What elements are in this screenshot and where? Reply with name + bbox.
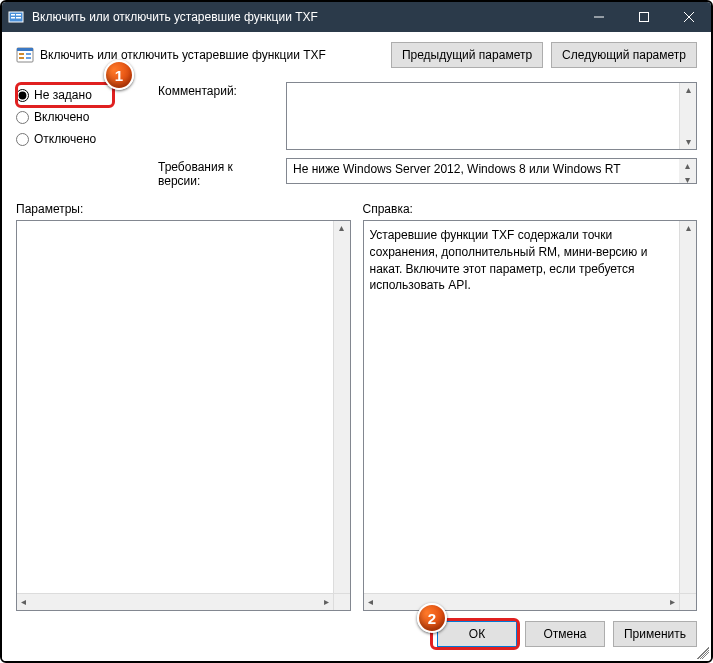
radio-not-configured-input[interactable] [16, 89, 29, 102]
scroll-up-icon: ▴ [686, 83, 691, 97]
comment-label: Комментарий: [158, 82, 278, 98]
close-button[interactable] [666, 2, 711, 32]
svg-rect-2 [11, 17, 15, 19]
radio-enabled[interactable]: Включено [16, 110, 146, 124]
svg-rect-12 [19, 57, 24, 59]
svg-rect-3 [16, 14, 21, 16]
radio-disabled-label: Отключено [34, 132, 96, 146]
help-pane: Устаревшие функции TXF содержали точки с… [363, 220, 698, 611]
maximize-button[interactable] [621, 2, 666, 32]
radio-disabled[interactable]: Отключено [16, 132, 146, 146]
svg-rect-10 [17, 48, 33, 51]
radio-disabled-input[interactable] [16, 133, 29, 146]
svg-rect-1 [11, 14, 15, 16]
previous-setting-button[interactable]: Предыдущий параметр [391, 42, 543, 68]
resize-grip[interactable] [697, 647, 709, 659]
window-title: Включить или отключить устаревшие функци… [32, 10, 576, 24]
minimize-button[interactable] [576, 2, 621, 32]
scroll-up-icon: ▴ [339, 221, 344, 235]
scroll-corner [679, 593, 696, 610]
supported-on-value: Не ниже Windows Server 2012, Windows 8 и… [293, 162, 621, 176]
help-hscrollbar[interactable]: ◂▸ [364, 593, 680, 610]
titlebar[interactable]: Включить или отключить устаревшие функци… [2, 2, 711, 32]
comment-scrollbar[interactable]: ▴▾ [679, 83, 696, 149]
svg-rect-6 [639, 13, 648, 22]
scroll-down-icon: ▾ [686, 135, 691, 149]
policy-icon [16, 46, 34, 64]
supported-label: Требования к версии: [158, 158, 278, 188]
supported-on-field: Не ниже Windows Server 2012, Windows 8 и… [286, 158, 697, 184]
policy-title: Включить или отключить устаревшие функци… [40, 48, 326, 62]
app-icon [8, 9, 24, 25]
callout-marker-2: 2 [417, 603, 447, 633]
dialog-window: Включить или отключить устаревшие функци… [0, 0, 713, 663]
svg-rect-11 [19, 53, 24, 55]
apply-button[interactable]: Применить [613, 621, 697, 647]
cancel-button[interactable]: Отмена [525, 621, 605, 647]
options-hscrollbar[interactable]: ◂▸ [17, 593, 333, 610]
radio-enabled-label: Включено [34, 110, 89, 124]
scroll-up-icon: ▴ [686, 221, 691, 235]
radio-not-configured[interactable]: Не задано [16, 88, 146, 102]
scroll-corner [333, 593, 350, 610]
scroll-down-icon: ▾ [685, 173, 690, 187]
scroll-left-icon: ◂ [17, 597, 30, 607]
scroll-right-icon: ▸ [666, 597, 679, 607]
scroll-right-icon: ▸ [320, 597, 333, 607]
options-label: Параметры: [16, 202, 351, 216]
options-pane: ▴▾ ◂▸ [16, 220, 351, 611]
options-vscrollbar[interactable]: ▴▾ [333, 221, 350, 610]
radio-enabled-input[interactable] [16, 111, 29, 124]
comment-textarea[interactable]: ▴▾ [286, 82, 697, 150]
comment-value [287, 83, 696, 149]
scroll-left-icon: ◂ [364, 597, 377, 607]
svg-rect-14 [26, 57, 31, 59]
supported-scrollbar[interactable]: ▴▾ [679, 159, 696, 183]
scroll-up-icon: ▴ [685, 159, 690, 173]
next-setting-button[interactable]: Следующий параметр [551, 42, 697, 68]
help-text: Устаревшие функции TXF содержали точки с… [370, 228, 648, 292]
svg-rect-4 [16, 17, 21, 19]
callout-marker-1: 1 [104, 60, 134, 90]
radio-not-configured-label: Не задано [34, 88, 92, 102]
help-vscrollbar[interactable]: ▴▾ [679, 221, 696, 610]
svg-rect-13 [26, 53, 31, 55]
ok-button[interactable]: ОК [437, 621, 517, 647]
help-label: Справка: [363, 202, 698, 216]
